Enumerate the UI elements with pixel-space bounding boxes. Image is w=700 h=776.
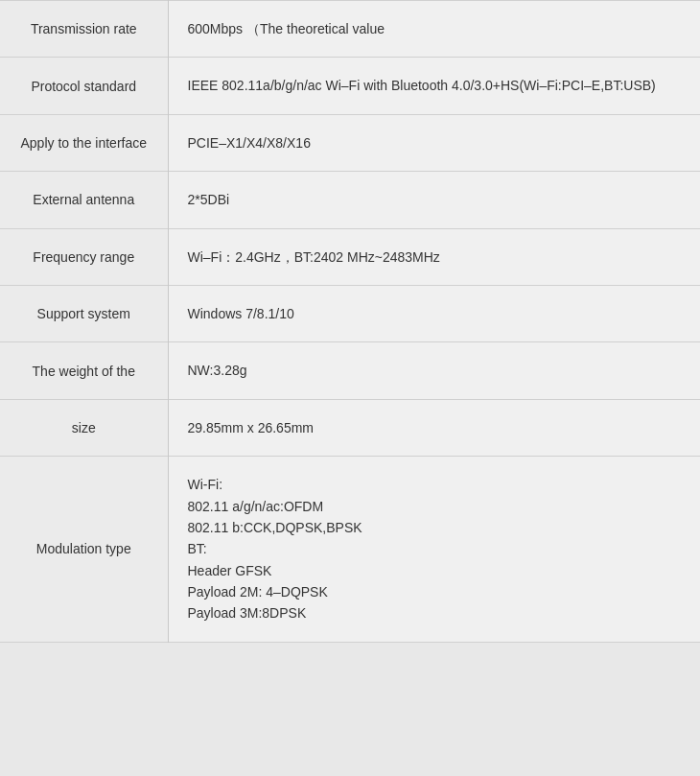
row-label: Support system bbox=[0, 285, 168, 341]
table-row: Frequency rangeWi–Fi：2.4GHz，BT:2402 MHz~… bbox=[0, 228, 700, 285]
row-label: Apply to the interface bbox=[0, 114, 168, 171]
table-row: External antenna2*5DBi bbox=[0, 172, 700, 228]
table-row: Transmission rate600Mbps （The theoretica… bbox=[0, 1, 700, 58]
row-value: Wi-Fi:802.11 a/g/n/ac:OFDM802.11 b:CCK,D… bbox=[168, 457, 700, 643]
table-row: size29.85mm x 26.65mm bbox=[0, 399, 700, 456]
row-label: size bbox=[0, 399, 168, 456]
row-label: Protocol standard bbox=[0, 58, 168, 114]
row-label: The weight of the bbox=[0, 342, 168, 399]
row-value: NW:3.28g bbox=[168, 342, 700, 399]
table-row: Protocol standardIEEE 802.11a/b/g/n/ac W… bbox=[0, 58, 700, 114]
spec-table: Transmission rate600Mbps （The theoretica… bbox=[0, 0, 700, 643]
table-row: Support systemWindows 7/8.1/10 bbox=[0, 285, 700, 341]
row-label: External antenna bbox=[0, 172, 168, 228]
row-value: 600Mbps （The theoretical value bbox=[168, 1, 700, 58]
row-value: 29.85mm x 26.65mm bbox=[168, 399, 700, 456]
table-row: Apply to the interfacePCIE–X1/X4/X8/X16 bbox=[0, 114, 700, 171]
row-label: Frequency range bbox=[0, 228, 168, 285]
row-label: Transmission rate bbox=[0, 1, 168, 58]
row-value: Windows 7/8.1/10 bbox=[168, 285, 700, 341]
row-value: IEEE 802.11a/b/g/n/ac Wi–Fi with Bluetoo… bbox=[168, 58, 700, 114]
row-value: Wi–Fi：2.4GHz，BT:2402 MHz~2483MHz bbox=[168, 228, 700, 285]
table-row: Modulation typeWi-Fi:802.11 a/g/n/ac:OFD… bbox=[0, 457, 700, 643]
row-value: PCIE–X1/X4/X8/X16 bbox=[168, 114, 700, 171]
table-row: The weight of theNW:3.28g bbox=[0, 342, 700, 399]
row-label: Modulation type bbox=[0, 457, 168, 643]
row-value: 2*5DBi bbox=[168, 172, 700, 228]
